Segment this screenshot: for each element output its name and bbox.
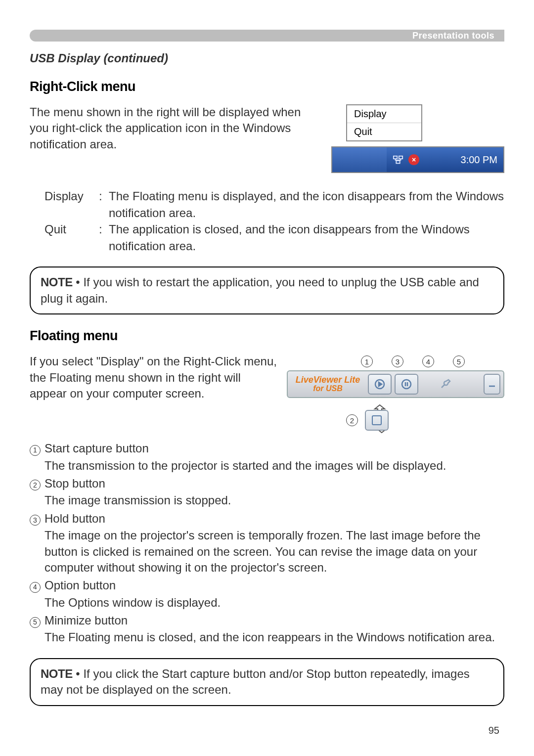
taskbar: × 3:00 PM bbox=[331, 146, 504, 173]
definition-list: Display : The Floating menu is displayed… bbox=[44, 188, 504, 254]
section1-paragraph: The menu shown in the right will be disp… bbox=[30, 104, 316, 152]
list-mark-5: 5 bbox=[30, 617, 41, 628]
svg-rect-1 bbox=[399, 156, 402, 159]
section2-paragraph: If you select "Display" on the Right-Cli… bbox=[30, 354, 277, 401]
def-desc-quit: The application is closed, and the icon … bbox=[109, 221, 504, 254]
callout-5: 5 bbox=[453, 356, 465, 367]
context-menu-quit[interactable]: Quit bbox=[347, 123, 421, 140]
wrench-icon bbox=[439, 378, 451, 390]
header-bar: Presentation tools bbox=[30, 30, 504, 42]
page-subtitle: USB Display (continued) bbox=[30, 51, 504, 65]
callout-4: 4 bbox=[422, 356, 434, 367]
list-mark-2: 2 bbox=[30, 480, 41, 490]
context-menu-display[interactable]: Display bbox=[347, 105, 421, 123]
stop-icon bbox=[372, 415, 382, 425]
list-mark-3: 3 bbox=[30, 515, 41, 526]
close-icon: × bbox=[408, 154, 419, 165]
context-menu-figure: Display Quit × 3:00 PM bbox=[331, 104, 504, 173]
list-mark-1: 1 bbox=[30, 445, 41, 456]
note-text-2: • If you click the Start capture button … bbox=[41, 667, 470, 696]
floating-toolbar: LiveViewer Lite for USB bbox=[287, 370, 504, 398]
minimize-button[interactable] bbox=[484, 374, 500, 395]
list-title-5: Minimize button bbox=[44, 613, 504, 628]
start-capture-button[interactable] bbox=[368, 374, 392, 395]
floating-menu-figure: 1 3 4 5 LiveViewer Lite for USB bbox=[287, 354, 504, 431]
note-box-1: NOTE • If you wish to restart the applic… bbox=[30, 267, 504, 314]
callout-2: 2 bbox=[346, 414, 358, 426]
callout-3: 3 bbox=[392, 356, 403, 367]
tray-clock: 3:00 PM bbox=[461, 154, 497, 166]
list-desc-4: The Options window is displayed. bbox=[30, 595, 504, 611]
list-desc-5: The Floating menu is closed, and the ico… bbox=[30, 629, 504, 645]
note-label-1: NOTE bbox=[41, 275, 73, 289]
play-icon bbox=[374, 378, 386, 390]
toolbar-brand: LiveViewer Lite for USB bbox=[291, 375, 365, 393]
section-heading-rightclick: Right-Click menu bbox=[30, 79, 504, 94]
pause-icon bbox=[400, 378, 412, 390]
list-desc-3: The image on the projector's screen is t… bbox=[30, 528, 504, 576]
floating-menu-item-list: 1 Start capture button The transmission … bbox=[30, 441, 504, 646]
callout-1: 1 bbox=[361, 356, 373, 367]
def-term-display: Display bbox=[44, 188, 99, 221]
stop-button[interactable] bbox=[365, 410, 389, 431]
note-label-2: NOTE bbox=[41, 667, 73, 680]
svg-point-4 bbox=[402, 380, 411, 389]
svg-rect-0 bbox=[394, 156, 397, 159]
option-button[interactable] bbox=[434, 375, 456, 394]
list-title-3: Hold button bbox=[44, 511, 504, 527]
svg-rect-2 bbox=[396, 161, 400, 164]
minimize-icon bbox=[486, 378, 498, 390]
list-mark-4: 4 bbox=[30, 582, 41, 593]
brand-line1: LiveViewer Lite bbox=[291, 375, 365, 385]
list-title-2: Stop button bbox=[44, 476, 504, 491]
callouts-top: 1 3 4 5 bbox=[287, 356, 504, 367]
list-title-1: Start capture button bbox=[44, 441, 504, 456]
note-box-2: NOTE • If you click the Start capture bu… bbox=[30, 658, 504, 706]
def-desc-display: The Floating menu is displayed, and the … bbox=[109, 188, 504, 221]
brand-line2: for USB bbox=[291, 385, 365, 393]
header-category: Presentation tools bbox=[412, 31, 494, 41]
note-text-1: • If you wish to restart the application… bbox=[41, 275, 479, 305]
system-tray: × 3:00 PM bbox=[387, 147, 503, 172]
network-icon bbox=[393, 154, 403, 165]
page-number: 95 bbox=[489, 725, 499, 736]
taskbar-left bbox=[332, 147, 387, 172]
list-desc-2: The image transmission is stopped. bbox=[30, 492, 504, 508]
list-desc-1: The transmission to the projector is sta… bbox=[30, 458, 504, 474]
def-term-quit: Quit bbox=[44, 221, 99, 254]
hold-button[interactable] bbox=[395, 374, 418, 395]
list-title-4: Option button bbox=[44, 578, 504, 593]
section-heading-floating: Floating menu bbox=[30, 328, 504, 344]
context-menu: Display Quit bbox=[346, 104, 422, 141]
